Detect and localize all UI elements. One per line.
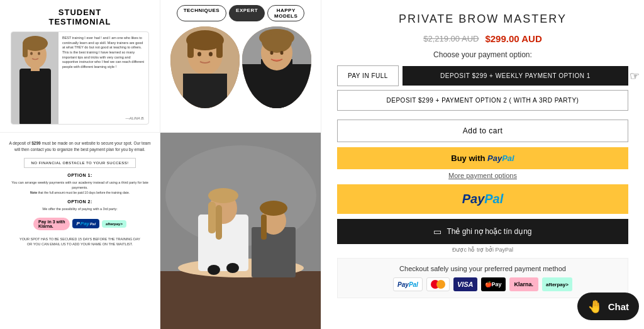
svg-point-13 (209, 52, 213, 57)
testimonial-title: STUDENT TESTIMONIAL (48, 8, 111, 26)
payment-options: PAY IN FULL DEPOSIT $299 + WEEKLY PAYMEN… (337, 65, 628, 111)
option1-text: You can arrange weekly payments with our… (8, 180, 152, 196)
svg-point-12 (197, 52, 201, 57)
svg-rect-4 (23, 43, 28, 57)
option2-title: OPTION 2: (67, 199, 92, 204)
checkout-safe-text: Checkout safely using your preferred pay… (399, 265, 566, 272)
testimonial-author: —ALINA B. (126, 116, 145, 120)
paypal-full-logo: PayPal (462, 192, 504, 206)
option2-text: We offer the possibility of paying with … (42, 206, 118, 211)
pricing-row: $2,219.00 AUD $299.00 AUD (337, 33, 628, 44)
svg-rect-14 (183, 74, 227, 108)
photo-circle-2 (242, 26, 311, 108)
original-price: $2,219.00 AUD (423, 34, 479, 43)
buy-label: Buy with (451, 153, 485, 163)
payment-method-logos: PayPal VISA 🍎 Pay Klarna. afterpay> (393, 277, 572, 291)
badge-techniques[interactable]: TECHNIQUES (177, 5, 226, 21)
badges-photos-section: TECHNIQUES EXPERT HAPPY MODELS (160, 0, 321, 132)
deposit-3rdparty-button[interactable]: DEPOSIT $299 + PAYMENT OPTION 2 ( WITH A… (337, 90, 628, 111)
testimonial-card: BEST training I ever had ! and I am one … (11, 31, 149, 125)
svg-rect-10 (187, 40, 194, 58)
bottom-left-section: A deposit of $299 must be made on our we… (0, 132, 321, 329)
debit-credit-button[interactable]: ▭ Thẻ ghi nợ hoặc tín dụng (337, 219, 628, 244)
svg-point-28 (208, 188, 238, 203)
paypal-logo-small: PPayPal (72, 219, 99, 228)
top-left-section: STUDENT TESTIMONIAL (0, 0, 321, 132)
pm-visa-logo: VISA (453, 277, 477, 291)
pm-applepay-logo: 🍎 Pay (481, 277, 506, 291)
badge-happy-models[interactable]: HAPPY MODELS (267, 5, 304, 21)
testimonial-avatar (11, 32, 58, 124)
deposit-weekly-button[interactable]: DEPOSIT $299 + WEEKLY PAYMENT OPTION 1 (402, 66, 628, 86)
payment-intro-text: A deposit of $299 must be made on our we… (8, 140, 152, 153)
klarna-logo: Pay in 3 withKlarna. (33, 218, 70, 230)
svg-point-6 (38, 52, 40, 55)
left-panel: STUDENT TESTIMONIAL (0, 0, 321, 329)
product-title: PRIVATE BROW MASTERY (337, 13, 628, 26)
sale-price: $299.00 AUD (485, 33, 541, 44)
choose-payment-label: Choose your payment option: (337, 50, 628, 59)
svg-rect-36 (261, 215, 267, 240)
payment-btn-row: PAY IN FULL DEPOSIT $299 + WEEKLY PAYMEN… (337, 65, 628, 86)
photo-circle-1 (170, 26, 240, 108)
payment-logos: Pay in 3 withKlarna. PPayPal afterpay> (33, 218, 126, 230)
pm-paypal-logo: PayPal (393, 277, 423, 291)
afterpay-logo: afterpay> (102, 220, 126, 228)
svg-rect-29 (208, 202, 216, 233)
training-photo-section (160, 133, 321, 329)
svg-rect-24 (160, 271, 321, 330)
right-panel: PRIVATE BROW MASTERY $2,219.00 AUD $299.… (321, 0, 644, 329)
spot-notice-text: YOUR SPOT HAS TO BE SECURED 15 DAYS BEFO… (19, 237, 140, 247)
testimonial-section: STUDENT TESTIMONIAL (0, 0, 160, 132)
credit-card-icon: ▭ (433, 226, 441, 237)
svg-rect-30 (216, 205, 222, 240)
svg-rect-11 (216, 40, 223, 58)
add-to-cart-button[interactable]: Add to cart (337, 120, 628, 142)
svg-point-31 (208, 265, 220, 275)
payment-info-section: A deposit of $299 must be made on our we… (0, 133, 160, 329)
svg-point-32 (226, 263, 239, 273)
mastercard-circles (431, 280, 445, 289)
pay-in-full-button[interactable]: PAY IN FULL (337, 65, 399, 86)
debit-credit-label: Thẻ ghi nợ hoặc tín dụng (447, 227, 531, 236)
svg-rect-0 (19, 69, 51, 124)
chat-button[interactable]: 🤚 Chat (577, 293, 639, 320)
svg-point-21 (280, 51, 283, 55)
buy-with-paypal-button[interactable]: Buy with PayPal (337, 147, 628, 169)
chat-icon: 🤚 (587, 299, 603, 314)
chat-label: Chat (608, 301, 629, 312)
testimonial-text-block: BEST training I ever had ! and I am one … (58, 32, 148, 124)
more-payment-options-link[interactable]: More payment options (337, 172, 628, 179)
pm-klarna-logo: Klarna. (509, 277, 539, 291)
badge-row: TECHNIQUES EXPERT HAPPY MODELS (177, 5, 305, 21)
svg-point-5 (30, 52, 33, 55)
option1-title: OPTION 1: (67, 173, 92, 177)
training-photo-bg (160, 133, 321, 329)
testimonial-quote: BEST training I ever had ! and I am one … (62, 36, 145, 70)
badge-expert[interactable]: EXPERT (229, 5, 265, 21)
paypal-support-text: Được hỗ trợ bởi PayPal (337, 247, 628, 253)
svg-point-35 (260, 201, 287, 216)
pm-mastercard-logo (426, 277, 450, 291)
no-obstacle-button[interactable]: NO FINANCIAL OBSTACLE TO YOUR SUCCESS! (24, 158, 135, 168)
checkout-safety-section: Checkout safely using your preferred pay… (337, 258, 628, 298)
photos-row (170, 26, 311, 108)
svg-point-20 (270, 51, 273, 55)
mc-orange-circle (436, 280, 445, 289)
pm-afterpay-logo: afterpay> (542, 277, 572, 291)
paypal-brand-inline: PayPal (487, 153, 514, 163)
paypal-full-button[interactable]: PayPal (337, 184, 628, 214)
